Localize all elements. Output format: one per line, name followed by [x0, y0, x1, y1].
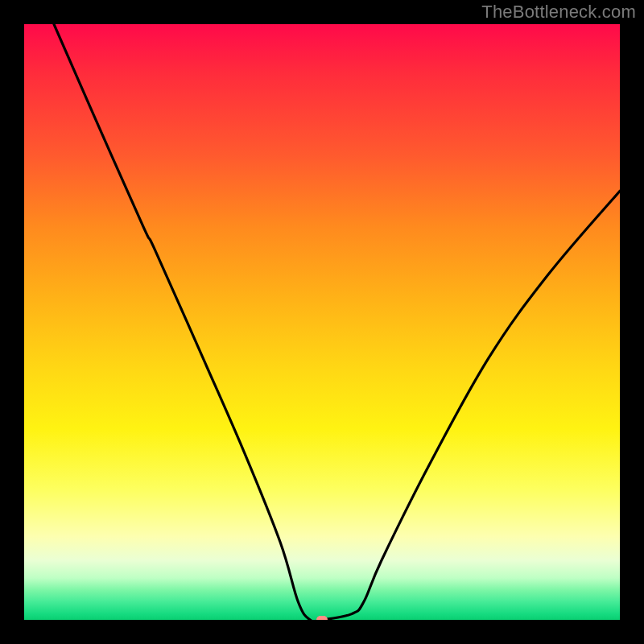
minimum-marker: [316, 616, 328, 620]
watermark-text: TheBottleneck.com: [481, 2, 636, 23]
bottleneck-curve: [24, 24, 620, 620]
chart-container: TheBottleneck.com: [0, 0, 644, 644]
plot-area: [24, 24, 620, 620]
